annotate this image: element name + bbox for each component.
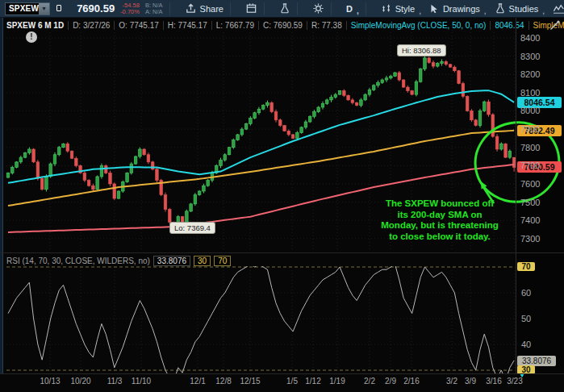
zigzag-icon bbox=[553, 3, 564, 15]
gear-icon bbox=[312, 2, 324, 15]
dropdown-caret-icon: , bbox=[357, 6, 359, 15]
studies-button[interactable]: Studies, bbox=[495, 2, 545, 15]
annotation-text[interactable]: The SXPEW bounced offits 200-day SMA onM… bbox=[359, 198, 520, 242]
chart-title: SPXEW 6 M 1D bbox=[6, 21, 68, 30]
price-tick: 8400 bbox=[520, 33, 540, 43]
price-tick: 7300 bbox=[520, 234, 540, 244]
ohlc-field: D: 3/27/26 bbox=[68, 21, 114, 30]
timeframe-button[interactable]: D, bbox=[346, 4, 359, 14]
dropdown-caret-icon: , bbox=[419, 6, 421, 15]
settings-button[interactable] bbox=[312, 2, 324, 15]
ohlc-field: L: 7667.79 bbox=[211, 21, 258, 30]
annotation-line: The SXPEW bounced off bbox=[359, 198, 520, 210]
date-tick: 3/16 bbox=[486, 377, 501, 386]
share-icon bbox=[185, 2, 197, 15]
date-tick: 10/20 bbox=[70, 377, 90, 386]
chart-style-icon bbox=[381, 3, 392, 15]
date-tick: 2/16 bbox=[403, 377, 419, 386]
price-tick: 8200 bbox=[520, 69, 540, 79]
price-tick: 7700 bbox=[520, 161, 540, 170]
date-tick: 12/8 bbox=[215, 377, 231, 386]
drawings-button[interactable]: Drawings, bbox=[429, 3, 487, 15]
flask-icon bbox=[495, 2, 506, 15]
flexible-grid-button[interactable] bbox=[245, 2, 257, 15]
price-tick: 7800 bbox=[520, 143, 540, 152]
flask-icon bbox=[279, 2, 290, 15]
rsi-tick: 50 bbox=[521, 314, 531, 323]
price-tick: 8000 bbox=[520, 106, 540, 115]
date-tick: 10/13 bbox=[40, 377, 60, 386]
symbol-text: SPXEW bbox=[6, 4, 39, 13]
price-axis-border bbox=[516, 18, 516, 373]
alert-icon[interactable]: ! bbox=[26, 31, 37, 43]
ohlc-field: H: 7745.17 bbox=[163, 21, 211, 30]
date-tick: 3/9 bbox=[465, 377, 476, 386]
style-button[interactable]: Style, bbox=[381, 3, 421, 15]
share-button[interactable]: Share bbox=[185, 2, 224, 15]
date-tick: 1/5 bbox=[286, 377, 298, 386]
price-tick: 8300 bbox=[520, 52, 540, 61]
rsi-line[interactable] bbox=[8, 265, 514, 381]
sma50-line[interactable] bbox=[8, 90, 514, 183]
rsi-value: 33.8076 bbox=[153, 256, 190, 266]
price-tick: 8100 bbox=[520, 88, 540, 98]
panel-splitter[interactable] bbox=[0, 252, 564, 253]
active-tool-icon[interactable] bbox=[549, 20, 560, 31]
analysis-tools-button[interactable] bbox=[279, 2, 290, 15]
rsi-overbought-bubble: 70 bbox=[517, 262, 535, 271]
rsi-label[interactable]: RSI (14, 70, 30, CLOSE, WILDERS, no) bbox=[6, 256, 150, 265]
ohlc-fields: D: 3/27/26O: 7745.17H: 7745.17L: 7667.79… bbox=[68, 21, 346, 30]
annotation-line: Monday, but is threatening bbox=[359, 220, 520, 231]
toolbar-right-group: Share D, bbox=[163, 2, 564, 15]
sma50-value: 8046.54 bbox=[490, 21, 528, 30]
last-price: 7690.59 bbox=[77, 2, 115, 15]
date-tick: 12/1 bbox=[190, 377, 205, 386]
date-tick: 3/2 bbox=[446, 377, 457, 386]
date-tick: 1/19 bbox=[329, 377, 345, 386]
annotation-line: to close below it today. bbox=[359, 231, 520, 243]
ohlc-field: R: 77.38 bbox=[307, 21, 346, 30]
top-toolbar: SPXEW ▾ S&P EQUAL WEIGHT I... 7690.59 -5… bbox=[0, 0, 564, 18]
sma50-label[interactable]: SimpleMovingAvg (CLOSE, 50, 0, no) bbox=[346, 21, 491, 30]
patterns-button[interactable]: Patterns, bbox=[553, 3, 564, 15]
symbol-input[interactable]: SPXEW ▾ bbox=[5, 2, 50, 15]
cursor-icon bbox=[429, 3, 440, 15]
symbol-dropdown-icon[interactable]: ▾ bbox=[39, 3, 49, 15]
rsi-oversold-chip[interactable]: 30 bbox=[194, 256, 211, 266]
price-tick: 7600 bbox=[520, 179, 540, 189]
price-tick: 7900 bbox=[520, 124, 540, 134]
calendar-icon bbox=[245, 2, 257, 15]
date-tick: 11/3 bbox=[107, 377, 123, 386]
price-change: -54.58-0.70% bbox=[120, 2, 140, 15]
date-tick: 1/12 bbox=[305, 377, 320, 386]
date-tick: 11/10 bbox=[132, 377, 151, 386]
rsi-tick: 60 bbox=[521, 288, 531, 298]
date-tick: 2/2 bbox=[364, 377, 375, 386]
sma100-line[interactable] bbox=[8, 131, 514, 206]
dropdown-caret-icon: , bbox=[484, 6, 487, 15]
annotation-line: its 200-day SMA on bbox=[359, 210, 520, 221]
rsi-header: RSI (14, 70, 30, CLOSE, WILDERS, no) 33.… bbox=[6, 256, 231, 266]
dropdown-caret-icon: , bbox=[542, 6, 545, 15]
bid-ask: B: N/AA: N/A bbox=[145, 2, 163, 15]
price-tick: 7400 bbox=[520, 215, 540, 225]
low-marker-label[interactable]: Lo: 7369.4 bbox=[169, 222, 215, 234]
time-axis-divider bbox=[0, 373, 564, 374]
ohlc-field: O: 7745.17 bbox=[114, 21, 162, 30]
rsi-tick: 40 bbox=[521, 340, 531, 349]
date-tick: 12/15 bbox=[240, 377, 260, 386]
date-tick: 3/23 bbox=[507, 377, 522, 386]
high-marker-label[interactable]: Hi: 8306.88 bbox=[397, 44, 446, 56]
price-tick: 7500 bbox=[520, 198, 540, 207]
rsi-overbought-chip[interactable]: 70 bbox=[214, 256, 231, 266]
chart-header: SPXEW 6 M 1D D: 3/27/26O: 7745.17H: 7745… bbox=[6, 19, 564, 31]
ohlc-field: C: 7690.59 bbox=[258, 21, 307, 30]
date-tick: 2/9 bbox=[385, 377, 396, 386]
price-chart-canvas[interactable] bbox=[0, 0, 564, 392]
